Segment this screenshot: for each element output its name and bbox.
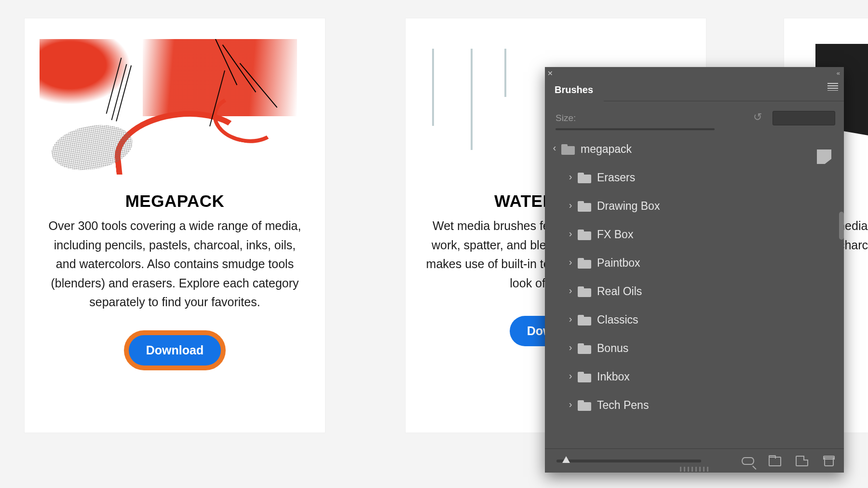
preview-visibility-icon[interactable] — [742, 456, 754, 466]
reset-size-icon[interactable] — [753, 113, 766, 123]
folder-item[interactable]: Paintbox — [545, 249, 844, 277]
folder-icon — [561, 144, 575, 155]
card-description: Over 300 tools covering a wide range of … — [25, 217, 325, 312]
size-slider[interactable] — [556, 128, 715, 130]
brushes-panel: ✕ « Brushes Size: megapack Erasers Drawi… — [545, 67, 844, 473]
tab-brushes[interactable]: Brushes — [545, 79, 604, 101]
folder-item[interactable]: Erasers — [545, 163, 844, 192]
delete-icon[interactable] — [823, 456, 835, 466]
scrollbar-thumb[interactable] — [839, 212, 844, 240]
folder-label: Classics — [597, 313, 638, 326]
chevron-right-icon — [566, 286, 575, 297]
folder-icon — [578, 173, 591, 183]
panel-resize-grip[interactable] — [680, 467, 709, 472]
folder-label: Bonus — [597, 342, 628, 355]
chevron-right-icon — [566, 400, 575, 411]
brush-pack-card: MEGAPACK Over 300 tools covering a wide … — [24, 18, 326, 433]
size-label: Size: — [556, 113, 576, 123]
megapack-artwork — [37, 39, 314, 175]
folder-item[interactable]: Inkbox — [545, 363, 844, 391]
folder-item[interactable]: FX Box — [545, 220, 844, 249]
folder-icon — [578, 343, 591, 354]
panel-menu-icon[interactable] — [827, 83, 838, 91]
chevron-right-icon — [566, 258, 575, 269]
folder-root[interactable]: megapack — [545, 135, 844, 163]
chevron-right-icon — [566, 371, 575, 382]
close-icon[interactable]: ✕ — [545, 69, 556, 77]
folder-item[interactable]: Tech Pens — [545, 391, 844, 420]
folder-icon — [578, 286, 591, 297]
slider-knob-icon[interactable] — [562, 456, 570, 463]
folder-label: Erasers — [597, 171, 635, 184]
chevron-right-icon — [566, 201, 575, 212]
new-brush-icon[interactable] — [796, 456, 808, 466]
panel-tabrow: Brushes — [545, 79, 844, 101]
folder-label: FX Box — [597, 228, 633, 241]
folder-icon — [578, 400, 591, 411]
folder-icon — [578, 201, 591, 212]
folder-label: Inkbox — [597, 370, 630, 383]
folder-icon — [578, 315, 591, 325]
chevron-right-icon — [566, 343, 575, 354]
folder-label: megapack — [581, 143, 632, 156]
size-input[interactable] — [773, 111, 835, 125]
thumbnail-size-slider[interactable] — [556, 460, 701, 462]
folder-item[interactable]: Drawing Box — [545, 192, 844, 220]
panel-titlebar[interactable]: ✕ « — [545, 67, 844, 79]
folder-label: Tech Pens — [597, 399, 649, 412]
brush-folder-tree: megapack Erasers Drawing Box FX Box Pain… — [545, 130, 844, 448]
folder-icon — [578, 230, 591, 240]
folder-label: Real Oils — [597, 285, 642, 298]
card-title: MEGAPACK — [25, 191, 325, 211]
chevron-right-icon — [566, 314, 575, 325]
new-group-icon[interactable] — [769, 456, 781, 466]
collapse-icon[interactable]: « — [837, 69, 840, 77]
chevron-right-icon — [566, 229, 575, 240]
folder-label: Paintbox — [597, 257, 640, 270]
download-button[interactable]: Download — [129, 335, 221, 366]
folder-label: Drawing Box — [597, 200, 660, 213]
chevron-right-icon — [566, 172, 575, 183]
chevron-down-icon — [549, 145, 560, 154]
folder-item[interactable]: Real Oils — [545, 277, 844, 306]
folder-item[interactable]: Classics — [545, 306, 844, 334]
folder-icon — [578, 258, 591, 269]
folder-icon — [578, 372, 591, 382]
folder-item[interactable]: Bonus — [545, 334, 844, 363]
